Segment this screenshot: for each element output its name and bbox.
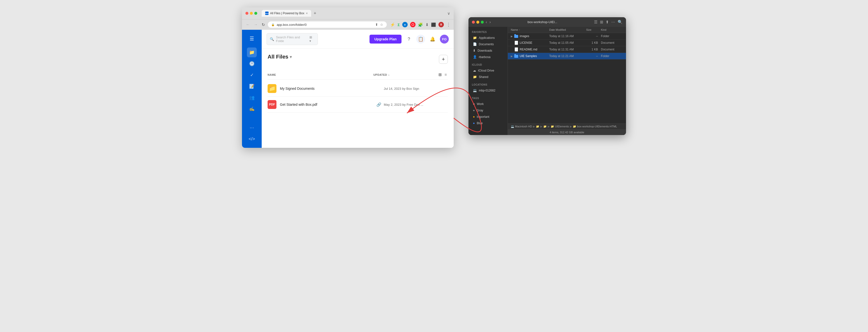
finder-table-row[interactable]: ▶ UIE Samples Today at 11:21 AM -- Folde… bbox=[508, 53, 626, 60]
table-row[interactable]: 📁 My Signed Documents Jul 14, 2023 by Bo… bbox=[268, 81, 448, 97]
sidebar-item-dev[interactable]: </> bbox=[247, 134, 257, 144]
finder-maximize-button[interactable] bbox=[481, 21, 484, 24]
lightning-extension-icon[interactable]: ⚡ bbox=[390, 22, 395, 27]
icloud-section: iCloud ☁ iCloud Drive 📁 Shared bbox=[468, 62, 507, 80]
help-button[interactable]: ? bbox=[404, 35, 413, 43]
sidebar-item-shared[interactable]: 📁 Shared bbox=[469, 74, 507, 80]
forward-button[interactable]: → bbox=[253, 22, 259, 27]
finder-search-button[interactable]: 🔍 bbox=[618, 20, 623, 24]
finder-table-row[interactable]: ▶ images Today at 11:16 AM -- Folder bbox=[508, 33, 626, 40]
finder-column-headers: Name ↑ Date Modified Size Kind bbox=[508, 27, 626, 33]
finder-minimize-button[interactable] bbox=[476, 21, 479, 24]
sidebar-item-notes[interactable]: 📝 bbox=[247, 81, 257, 91]
locations-section: Locations 💻 mbp-012682 bbox=[468, 82, 507, 94]
favorites-section: Favorites 📁 Applications 📄 Documents ⬇ D… bbox=[468, 29, 507, 60]
tag-gray[interactable]: ● Gray bbox=[469, 107, 507, 113]
file-size: -- bbox=[586, 34, 601, 38]
sidebar-item-icloud-drive[interactable]: ☁ iCloud Drive bbox=[469, 67, 507, 73]
back-button[interactable]: ← bbox=[245, 22, 251, 27]
downloads-button[interactable]: ⬇ bbox=[425, 22, 429, 27]
edge-extension-icon[interactable]: e bbox=[402, 22, 408, 27]
profile-avatar[interactable]: R bbox=[438, 22, 444, 27]
upgrade-plan-button[interactable]: Upgrade Plan bbox=[370, 35, 402, 43]
path-final[interactable]: 📁 box-workshop-UIElements-HTML bbox=[573, 125, 617, 128]
browser-addressbar: ← → ↻ 🔒 app.box.com/folder/0 ⬆ ☆ ⚡ Σ e O… bbox=[242, 20, 454, 30]
sidebar-item-documents[interactable]: 📄 Documents bbox=[469, 41, 507, 47]
minimize-window-button[interactable] bbox=[250, 12, 253, 15]
hamburger-menu-icon[interactable]: ☰ bbox=[248, 34, 256, 43]
path-ellipsis-1[interactable]: 📁 bbox=[536, 125, 539, 128]
tab-close-button[interactable]: × bbox=[306, 11, 308, 15]
code-icon: </> bbox=[249, 136, 255, 142]
collapse-tabs-button[interactable]: ∨ bbox=[447, 11, 450, 16]
path-sep-3: ▶ bbox=[548, 125, 550, 128]
tag-gray-icon: ● bbox=[473, 108, 475, 112]
screen-button[interactable]: ⬛ bbox=[431, 22, 436, 27]
grid-view-button[interactable]: ⊞ bbox=[437, 72, 443, 77]
sidebar-item-sign[interactable]: ✍ bbox=[247, 104, 257, 114]
sidebar-item-rbarbosa[interactable]: 👤 rbarbosa bbox=[469, 54, 507, 60]
dots-icon: ⋯ bbox=[250, 125, 254, 130]
finder-back-button[interactable]: ‹ bbox=[486, 20, 487, 24]
finder-close-button[interactable] bbox=[472, 21, 475, 24]
close-window-button[interactable] bbox=[245, 12, 248, 15]
finder-view-options-button[interactable]: ⊞ bbox=[600, 20, 603, 24]
browser-menu-button[interactable]: ⋮ bbox=[446, 22, 451, 27]
path-ellipsis-2[interactable]: 📁 bbox=[543, 125, 547, 128]
address-bar[interactable]: 🔒 app.box.com/folder/0 ⬆ ☆ bbox=[268, 22, 387, 28]
sigma-extension-icon[interactable]: Σ bbox=[398, 23, 400, 27]
finder-table-row[interactable]: 📄 LICENSE Today at 11:05 AM 1 KB Documen… bbox=[508, 40, 626, 46]
file-date: Today at 11:21 AM bbox=[549, 54, 586, 58]
user-avatar[interactable]: FO bbox=[440, 35, 449, 43]
finder-titlebar: ‹ › box-workshop-UIEl... ☰ ⊞ ⬆ ⋯ 🔍 bbox=[468, 17, 626, 27]
tags-label: Tags bbox=[468, 95, 507, 101]
finder-list-view-button[interactable]: ☰ bbox=[594, 20, 597, 24]
sidebar-item-recents[interactable]: 🕐 bbox=[247, 59, 257, 69]
updated-column-header[interactable]: UPDATED ↓ bbox=[373, 73, 437, 76]
tag-blue[interactable]: ● Blue bbox=[469, 120, 507, 126]
filter-icon[interactable]: ⊞ ▾ bbox=[309, 35, 315, 43]
sidebar-item-tasks[interactable]: ✓ bbox=[247, 70, 257, 80]
finder-size-column-header[interactable]: Size bbox=[586, 28, 601, 31]
sidebar-item-files[interactable]: 📁 bbox=[247, 47, 257, 57]
finder-name-column-header[interactable]: Name ↑ bbox=[511, 28, 549, 31]
name-column-header[interactable]: NAME bbox=[268, 73, 373, 76]
bookmark-icon[interactable]: ☆ bbox=[380, 23, 383, 27]
finder-table-row[interactable]: 📄 README.md Today at 11:31 AM 1 KB Docum… bbox=[508, 46, 626, 53]
sidebar-item-downloads[interactable]: ⬇ Downloads bbox=[469, 47, 507, 54]
tasks-icon-button[interactable]: 📋 bbox=[416, 35, 425, 43]
sidebar-item-applications[interactable]: 📁 Applications bbox=[469, 35, 507, 41]
expand-arrow[interactable]: ▶ bbox=[511, 35, 514, 38]
finder-tag-button[interactable]: ⋯ bbox=[611, 20, 615, 24]
maximize-window-button[interactable] bbox=[254, 12, 257, 15]
tag-important[interactable]: ● Important bbox=[469, 113, 507, 120]
finder-forward-button[interactable]: › bbox=[489, 20, 491, 24]
finder-kind-column-header[interactable]: Kind bbox=[601, 28, 623, 31]
new-folder-button[interactable]: + bbox=[439, 55, 448, 64]
finder-date-column-header[interactable]: Date Modified bbox=[549, 28, 586, 31]
refresh-button[interactable]: ↻ bbox=[261, 22, 266, 28]
path-uielements[interactable]: 📁 UIElements bbox=[551, 125, 569, 128]
path-macintosh[interactable]: 💻 Macintosh HD bbox=[511, 125, 532, 128]
extensions-button[interactable]: 🧩 bbox=[418, 22, 423, 27]
people-icon: 👥 bbox=[249, 95, 254, 100]
sidebar-item-macbook[interactable]: 💻 mbp-012682 bbox=[469, 87, 507, 94]
sidebar-item-more[interactable]: ⋯ bbox=[247, 123, 257, 133]
file-size: -- bbox=[586, 54, 601, 58]
sidebar-item-people[interactable]: 👥 bbox=[247, 93, 257, 103]
table-row[interactable]: PDF Get Started with Box.pdf 🔗 May 2, 20… bbox=[268, 97, 448, 113]
user-folder-icon: 👤 bbox=[473, 55, 477, 59]
opera-extension-icon[interactable]: O bbox=[410, 22, 415, 27]
list-view-button[interactable]: ≡ bbox=[443, 72, 448, 77]
expand-arrow[interactable]: ▶ bbox=[511, 55, 514, 58]
search-box[interactable]: 🔍 Search Files and Folde ⊞ ▾ bbox=[267, 33, 318, 45]
active-tab[interactable]: box All Files | Powered by Box × bbox=[262, 10, 311, 17]
notifications-button[interactable]: 🔔 bbox=[428, 35, 437, 43]
tag-work[interactable]: ● Work bbox=[469, 101, 507, 107]
new-tab-button[interactable]: + bbox=[312, 11, 318, 16]
finder-share-button[interactable]: ⬆ bbox=[606, 20, 609, 24]
share-icon[interactable]: ⬆ bbox=[375, 23, 378, 27]
folder-dropdown-icon[interactable]: ▾ bbox=[290, 55, 292, 59]
file-name: UIE Samples bbox=[520, 54, 549, 58]
finder-sidebar: Favorites 📁 Applications 📄 Documents ⬇ D… bbox=[468, 27, 508, 135]
